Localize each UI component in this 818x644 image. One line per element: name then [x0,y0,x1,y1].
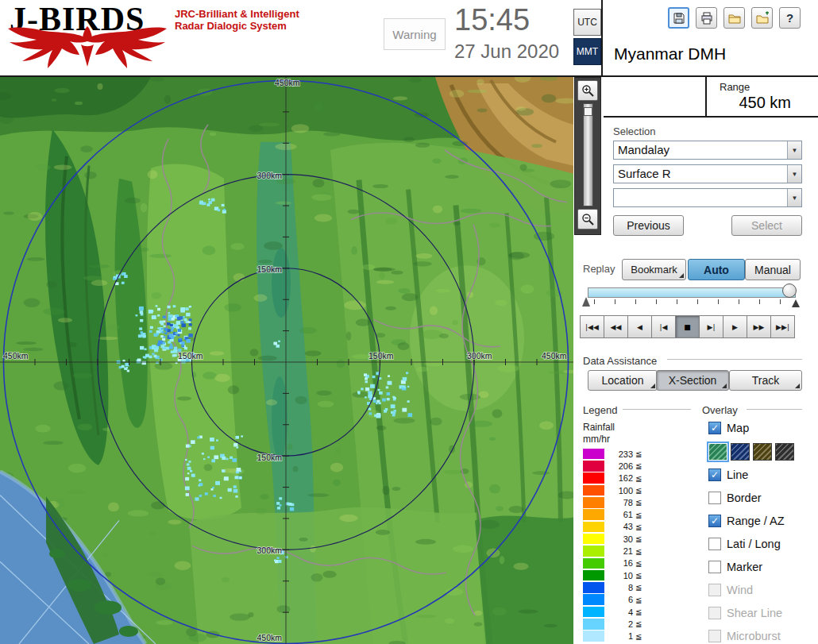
warning-indicator[interactable]: Warning [384,18,446,50]
auto-mode-button[interactable]: Auto [688,259,745,280]
play-button[interactable]: ▶ [723,315,747,338]
x-section-button[interactable]: X-Section [656,370,729,391]
step-back-button[interactable]: |◀ [651,315,676,338]
export-button[interactable] [751,7,773,29]
legend-value: 21 [608,546,633,556]
option-dropdown-value[interactable] [614,189,787,206]
site-dropdown-value[interactable]: Mandalay [614,141,787,159]
legend-value: 2 [608,619,633,629]
map-style-green-terrain[interactable] [708,443,727,461]
timeline-handle[interactable] [782,283,797,298]
overlay-label-lati-long: Lati / Long [727,538,781,550]
track-button[interactable]: Track [729,370,802,391]
chevron-down-icon: ▼ [792,171,798,178]
location-button[interactable]: Location [588,370,658,391]
timeline-end-marker[interactable] [792,299,800,307]
manual-mode-button[interactable]: Manual [745,259,801,280]
range-label-e300: 300km [467,352,492,361]
overlay-row-line: ✓Line [708,467,816,483]
legend-row: 100≦ [583,484,678,496]
legend-color-swatch [583,449,604,460]
checkbox-lati-long[interactable] [708,538,721,550]
play-reverse-button[interactable]: ◀ [627,315,652,338]
map-style-swatches [708,443,816,461]
save-button[interactable] [668,7,689,29]
timeline-ticks [594,299,793,305]
product-dropdown[interactable]: Surface R ▼ [613,164,802,183]
legend-row: 78≦ [583,496,678,508]
stop-button[interactable]: ■ [675,315,700,338]
chevron-down-icon: ▼ [792,195,798,202]
less-equal-icon: ≦ [635,511,642,519]
checkbox-line[interactable]: ✓ [708,469,721,481]
timeline-tick [594,299,595,304]
product-dropdown-value[interactable]: Surface R [614,165,787,183]
site-dropdown[interactable]: Mandalay ▼ [613,141,802,160]
zoom-in-icon [581,84,595,98]
timeline-tick [615,299,615,304]
zoom-control [574,77,601,235]
option-dropdown[interactable]: ▼ [613,188,802,207]
replay-timeline[interactable] [588,287,796,298]
legend-divider [623,409,691,411]
less-equal-icon: ≦ [635,523,642,531]
fast-forward-button[interactable]: ▶▶ [747,315,771,338]
checkbox-border[interactable] [708,492,721,504]
overlay-row-border: Border [708,490,816,506]
select-button[interactable]: Select [731,215,802,236]
range-section: Range 450 km [604,77,818,118]
legend-value: 206 [608,461,633,471]
zoom-out-button[interactable] [577,209,598,229]
station-name: Myanmar DMH [614,44,726,64]
clock-date: 27 Jun 2020 [454,40,559,63]
option-dropdown-button[interactable]: ▼ [787,189,801,206]
legend-unit-line1: Rainfall [583,422,615,433]
bookmark-button[interactable]: Bookmark [622,259,686,280]
map-style-navy[interactable] [731,443,750,461]
map-style-dark-gray[interactable] [775,443,794,461]
less-equal-icon: ≦ [635,461,642,470]
range-label-n300: 300km [257,172,283,180]
step-forward-button[interactable]: ▶| [699,315,723,338]
skip-to-end-button[interactable]: ▶▶| [770,315,795,338]
checkbox-range-az[interactable]: ✓ [708,515,721,527]
logo-subtitle-line2: Radar Dialogic System [175,20,299,32]
legend-row: 6≦ [583,594,678,606]
legend-row: 30≦ [583,533,678,545]
mmt-toggle-button[interactable]: MMT [573,38,601,65]
open-folder-button[interactable] [723,7,745,29]
legend-color-swatch [583,497,604,508]
previous-button[interactable]: Previous [613,215,684,236]
less-equal-icon: ≦ [635,498,642,507]
map-style-olive[interactable] [753,443,772,461]
legend-color-swatch [583,594,604,605]
logo-subtitle-line1: JRC-Brilliant & Intelligent [175,8,299,20]
rewind-button[interactable]: ◀◀ [604,315,628,338]
range-label-n450: 450km [275,79,300,87]
radar-map[interactable]: 450km 300km 150km 150km 300km 450km 450k… [0,77,573,644]
legend-value: 1 [608,631,633,641]
export-icon [755,11,770,25]
header-divider [601,0,603,77]
range-label-e450: 450km [542,352,567,361]
zoom-slider-thumb[interactable] [584,107,592,116]
radar-map-canvas: 450km 300km 150km 150km 300km 450km 450k… [0,77,573,644]
checkbox-marker[interactable] [708,561,721,573]
timeline-tick [677,299,677,304]
timeline-start-marker[interactable] [582,297,590,307]
selection-label: Selection [613,125,655,137]
help-button[interactable]: ? [779,7,801,29]
product-dropdown-button[interactable]: ▼ [787,165,801,183]
less-equal-icon: ≦ [635,583,642,592]
checkbox-shear-line [708,607,721,619]
less-equal-icon: ≦ [635,619,642,628]
utc-toggle-button[interactable]: UTC [573,9,601,36]
print-button[interactable] [696,7,717,29]
legend-color-swatch [583,472,604,484]
zoom-slider[interactable] [583,103,593,206]
zoom-in-button[interactable] [577,80,598,101]
site-dropdown-button[interactable]: ▼ [787,141,801,159]
range-label-s450: 450km [257,634,283,642]
skip-to-start-button[interactable]: |◀◀ [580,315,604,338]
checkbox-map[interactable]: ✓ [708,422,721,434]
